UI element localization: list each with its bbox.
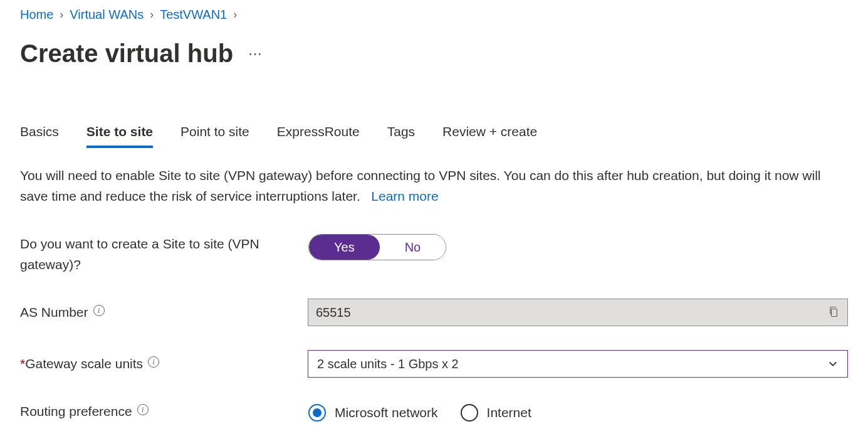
create-gateway-label: Do you want to create a Site to site (VP…: [20, 234, 283, 275]
breadcrumb-virtual-wans[interactable]: Virtual WANs: [70, 8, 144, 22]
tab-tags[interactable]: Tags: [387, 124, 415, 148]
routing-pref-internet[interactable]: Internet: [461, 404, 531, 422]
more-actions-button[interactable]: ⋯: [248, 46, 263, 62]
breadcrumb-home[interactable]: Home: [20, 8, 53, 22]
tab-review-create[interactable]: Review + create: [442, 124, 537, 148]
as-number-field: 65515: [308, 299, 848, 326]
svg-rect-0: [832, 309, 837, 317]
radio-icon: [461, 404, 478, 422]
routing-pref-internet-label: Internet: [487, 405, 531, 420]
info-icon[interactable]: [137, 404, 149, 415]
create-gateway-no[interactable]: No: [380, 235, 446, 260]
tabs: Basics Site to site Point to site Expres…: [20, 124, 848, 148]
routing-pref-microsoft-label: Microsoft network: [335, 405, 438, 420]
chevron-right-icon: ›: [150, 8, 154, 21]
tab-site-to-site[interactable]: Site to site: [86, 124, 153, 148]
info-icon[interactable]: [148, 356, 159, 368]
routing-pref-label: Routing preference: [20, 401, 132, 422]
routing-pref-radio-group: Microsoft network Internet: [308, 402, 848, 422]
as-number-label: AS Number: [20, 302, 88, 323]
chevron-right-icon: ›: [233, 8, 237, 21]
as-number-value: 65515: [316, 305, 351, 320]
radio-icon: [308, 404, 326, 422]
breadcrumb-testvwan1[interactable]: TestVWAN1: [160, 8, 227, 22]
page-title: Create virtual hub: [20, 40, 233, 68]
learn-more-link[interactable]: Learn more: [371, 189, 438, 203]
required-marker: *: [20, 356, 25, 371]
copy-icon[interactable]: [829, 306, 840, 319]
create-gateway-toggle: Yes No: [308, 234, 446, 260]
scale-units-dropdown[interactable]: 2 scale units - 1 Gbps x 2: [308, 350, 848, 378]
tab-basics[interactable]: Basics: [20, 124, 59, 148]
chevron-right-icon: ›: [60, 8, 63, 21]
create-gateway-yes[interactable]: Yes: [309, 235, 380, 260]
tab-point-to-site[interactable]: Point to site: [180, 124, 249, 148]
scale-units-label: Gateway scale units: [25, 356, 143, 371]
scale-units-value: 2 scale units - 1 Gbps x 2: [317, 357, 459, 371]
info-icon[interactable]: [93, 305, 105, 316]
tab-description: You will need to enable Site to site (VP…: [20, 166, 847, 206]
breadcrumb: Home › Virtual WANs › TestVWAN1 ›: [20, 8, 848, 22]
tab-expressroute[interactable]: ExpressRoute: [277, 124, 360, 148]
chevron-down-icon: [827, 358, 839, 369]
routing-pref-microsoft[interactable]: Microsoft network: [308, 404, 438, 422]
